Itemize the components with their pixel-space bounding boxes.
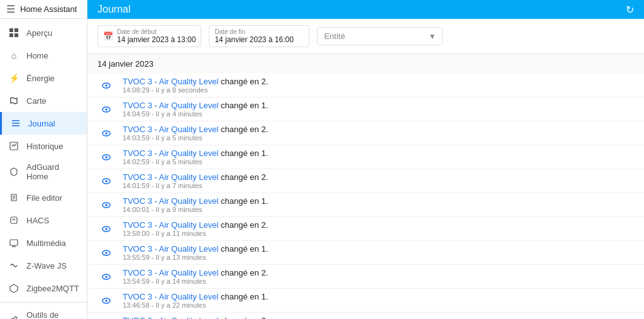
sidebar-item-energie[interactable]: ⚡Énergie [0,67,87,89]
end-date-field[interactable]: Date de fin 14 janvier 2023 à 16:00 [209,25,309,47]
log-row: TVOC 3 - Air Quality Level changé en 2. … [87,217,644,241]
log-time: 14:08:29 - Il y a 8 secondes [123,86,268,94]
log-entity-link[interactable]: TVOC 3 - Air Quality Level [123,125,218,134]
sidebar-item-zigbee[interactable]: Zigbee2MQTT [0,277,87,299]
svg-rect-6 [12,125,19,126]
log-entity-link[interactable]: TVOC 3 - Air Quality Level [123,220,218,230]
log-time: 14:01:59 - Il y a 7 minutes [123,182,268,189]
svg-rect-12 [10,240,18,245]
log-text: TVOC 3 - Air Quality Level changé en 2. … [123,268,268,285]
apercu-icon [8,26,20,39]
topbar: Journal ↻ [87,0,644,19]
eye-icon[interactable] [97,316,115,320]
nav-label-adguard: AdGuard Home [26,162,79,181]
adguard-icon [8,165,20,178]
svg-point-17 [105,84,108,87]
svg-rect-1 [14,28,18,32]
log-entity-link[interactable]: TVOC 3 - Air Quality Level [123,268,218,277]
sidebar-footer: Outils de développementParamètresNotific… [0,302,87,319]
svg-rect-11 [11,217,17,223]
sidebar-item-apercu[interactable]: Aperçu [0,21,87,44]
log-main: TVOC 3 - Air Quality Level changé en 2. [123,125,268,134]
entity-placeholder: Entité [324,31,345,41]
log-row: TVOC 3 - Air Quality Level changé en 2. … [87,265,644,289]
nav-label-journal: Journal [28,119,55,128]
log-time: 13:58:00 - Il y a 11 minutes [123,230,268,237]
eye-icon[interactable] [97,220,115,238]
svg-point-31 [105,252,108,254]
start-date-field[interactable]: 📅 Date de début 14 janvier 2023 à 13:00 [97,25,201,47]
log-main: TVOC 3 - Air Quality Level changé en 2. [123,172,268,182]
log-entity-link[interactable]: TVOC 3 - Air Quality Level [123,316,218,319]
log-entity-link[interactable]: TVOC 3 - Air Quality Level [123,292,218,301]
eye-icon[interactable] [97,125,115,142]
nav-label-carte: Carte [26,96,47,106]
nav-label-home: Home [26,51,48,60]
dev-tools-icon [8,313,20,319]
nav-label-dev-tools: Outils de développement [26,310,82,319]
nav-label-apercu: Aperçu [26,28,52,38]
sidebar-item-file-editor[interactable]: File editor [0,186,87,209]
log-entity-link[interactable]: TVOC 3 - Air Quality Level [123,148,218,158]
eye-icon[interactable] [97,268,115,286]
log-row: TVOC 3 - Air Quality Level changé en 1. … [87,289,644,313]
carte-icon [8,94,20,107]
eye-icon[interactable] [97,77,115,94]
log-row: TVOC 3 - Air Quality Level changé en 2. … [87,169,644,193]
eye-icon[interactable] [97,172,115,190]
main-content: Journal ↻ 📅 Date de début 14 janvier 202… [87,0,644,319]
refresh-button[interactable]: ↻ [626,4,634,16]
entity-select[interactable]: Entité ▼ [317,27,443,45]
start-date-value: 14 janvier 2023 à 13:00 [117,35,196,44]
zigbee-icon [8,282,20,294]
log-time: 14:03:59 - Il y a 5 minutes [123,134,268,142]
log-list: TVOC 3 - Air Quality Level changé en 2. … [87,74,644,319]
log-text: TVOC 3 - Air Quality Level changé en 1. … [123,196,268,213]
log-entity-link[interactable]: TVOC 3 - Air Quality Level [123,196,218,206]
file-editor-icon [8,191,20,204]
sidebar-item-dev-tools[interactable]: Outils de développement [0,305,87,319]
sidebar-item-adguard[interactable]: AdGuard Home [0,157,87,186]
log-entity-link[interactable]: TVOC 3 - Air Quality Level [123,77,218,86]
log-entity-link[interactable]: TVOC 3 - Air Quality Level [123,172,218,182]
zwave-icon [8,259,20,272]
menu-icon[interactable]: ☰ [6,3,15,15]
log-time: 14:00:01 - Il y a 9 minutes [123,206,268,213]
svg-rect-7 [10,142,18,150]
log-text: TVOC 3 - Air Quality Level changé en 2. … [123,125,268,142]
log-row: TVOC 3 - Air Quality Level changé en 1. … [87,98,644,121]
eye-icon[interactable] [97,101,115,118]
nav-label-file-editor: File editor [26,193,62,203]
log-main: TVOC 3 - Air Quality Level changé en 2. [123,220,268,230]
sidebar: ☰ Home Assistant Aperçu⌂Home⚡ÉnergieCart… [0,0,87,319]
sidebar-item-journal[interactable]: Journal [0,112,87,135]
historique-icon [8,140,20,152]
eye-icon[interactable] [97,292,115,310]
svg-point-35 [105,299,108,302]
log-text: TVOC 3 - Air Quality Level changé en 1. … [123,292,268,309]
svg-rect-4 [12,120,19,121]
sidebar-item-hacs[interactable]: HACS [0,209,87,232]
log-entity-link[interactable]: TVOC 3 - Air Quality Level [123,244,218,254]
log-main: TVOC 3 - Air Quality Level changé en 1. [123,101,268,110]
sidebar-item-zwave[interactable]: Z-Wave JS [0,254,87,277]
nav-label-multimedia: Multimédia [26,238,66,248]
app-title: Home Assistant [20,4,77,14]
sidebar-item-home[interactable]: ⌂Home [0,44,87,67]
eye-icon[interactable] [97,196,115,214]
multimedia-icon [8,237,20,249]
log-main: TVOC 3 - Air Quality Level changé en 1. [123,244,268,254]
eye-icon[interactable] [97,148,115,166]
svg-point-19 [105,108,108,111]
sidebar-item-carte[interactable]: Carte [0,89,87,112]
sidebar-nav: Aperçu⌂Home⚡ÉnergieCarteJournalHistoriqu… [0,19,87,302]
log-text: TVOC 3 - Air Quality Level changé en 1. … [123,101,268,118]
svg-point-29 [105,228,108,230]
log-entity-link[interactable]: TVOC 3 - Air Quality Level [123,101,218,110]
sidebar-item-multimedia[interactable]: Multimédia [0,232,87,254]
log-time: 13:55:59 - Il y a 13 minutes [123,254,268,261]
svg-rect-5 [12,123,19,124]
eye-icon[interactable] [97,244,115,262]
log-content: 14 janvier 2023 TVOC 3 - Air Quality Lev… [87,54,644,319]
sidebar-item-historique[interactable]: Historique [0,135,87,157]
